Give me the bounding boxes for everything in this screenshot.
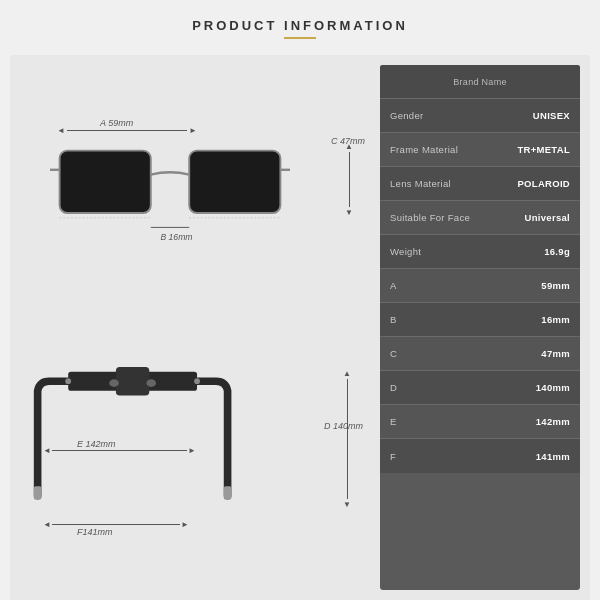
dim-f-label: F141mm <box>77 527 113 537</box>
title-underline <box>284 37 316 39</box>
glasses-bottom-svg <box>30 361 240 516</box>
spec-value: 140mm <box>536 382 570 393</box>
spec-label: Frame Material <box>390 144 458 155</box>
spec-row: F141mm <box>380 439 580 473</box>
glasses-bottom-view: ◄ ► E 142mm ▲ ▼ D 140mm ◄ ► <box>25 361 365 541</box>
spec-value: 59mm <box>541 280 570 291</box>
spec-label: Suitable For Face <box>390 212 470 223</box>
spec-label: Gender <box>390 110 424 121</box>
spec-row: E142mm <box>380 405 580 439</box>
spec-row: Weight16.9g <box>380 235 580 269</box>
spec-label: B <box>390 314 397 325</box>
glasses-front-view: ◄ ► A 59mm ▲ ▼ C 47mm <box>25 114 365 274</box>
header: PRODUCT INFORMATION <box>192 0 408 49</box>
left-panel: ◄ ► A 59mm ▲ ▼ C 47mm <box>20 65 370 590</box>
spec-value: Universal <box>525 212 570 223</box>
dim-d-label: D 140mm <box>324 421 363 431</box>
svg-rect-1 <box>189 151 280 213</box>
spec-label: Brand Name <box>390 77 570 87</box>
spec-row: D140mm <box>380 371 580 405</box>
specs-table: Brand NameGenderUNISEXFrame MaterialTR+M… <box>380 65 580 590</box>
spec-label: D <box>390 382 397 393</box>
svg-point-10 <box>109 379 119 387</box>
spec-row: B16mm <box>380 303 580 337</box>
spec-value: UNISEX <box>533 110 570 121</box>
spec-value: 16.9g <box>544 246 570 257</box>
spec-label: Weight <box>390 246 421 257</box>
spec-value: TR+METAL <box>517 144 570 155</box>
svg-rect-12 <box>34 486 42 499</box>
main-content: ◄ ► A 59mm ▲ ▼ C 47mm <box>10 55 590 600</box>
svg-rect-0 <box>60 151 151 213</box>
svg-point-11 <box>146 379 156 387</box>
svg-rect-9 <box>116 367 149 396</box>
dim-c-label: C 47mm <box>331 136 365 146</box>
spec-row: GenderUNISEX <box>380 99 580 133</box>
spec-label: A <box>390 280 397 291</box>
spec-row: A59mm <box>380 269 580 303</box>
spec-row: Brand Name <box>380 65 580 99</box>
dim-a-label: A 59mm <box>100 118 133 128</box>
spec-value: 142mm <box>536 416 570 427</box>
spec-label: F <box>390 451 396 462</box>
spec-label: Lens Material <box>390 178 451 189</box>
spec-row: Suitable For FaceUniversal <box>380 201 580 235</box>
spec-label: C <box>390 348 397 359</box>
spec-value: 47mm <box>541 348 570 359</box>
page-title: PRODUCT INFORMATION <box>192 18 408 33</box>
spec-label: E <box>390 416 397 427</box>
svg-point-14 <box>65 378 71 384</box>
svg-rect-13 <box>224 486 232 499</box>
spec-value: POLAROID <box>517 178 570 189</box>
spec-row: C47mm <box>380 337 580 371</box>
glasses-front-svg: B 16mm <box>50 134 290 244</box>
page-wrapper: PRODUCT INFORMATION ◄ ► A 59mm ▲ ▼ <box>0 0 600 600</box>
svg-text:B 16mm: B 16mm <box>160 232 192 242</box>
svg-point-15 <box>194 378 200 384</box>
spec-row: Frame MaterialTR+METAL <box>380 133 580 167</box>
spec-value: 16mm <box>541 314 570 325</box>
spec-row: Lens MaterialPOLAROID <box>380 167 580 201</box>
spec-value: 141mm <box>536 451 570 462</box>
